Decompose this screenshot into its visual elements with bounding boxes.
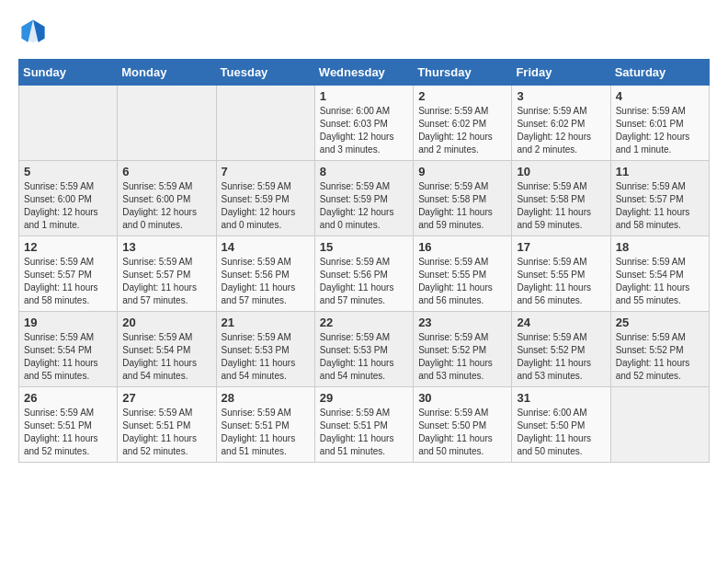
day-number: 2 bbox=[418, 89, 506, 103]
day-info: Sunrise: 5:59 AM Sunset: 5:57 PM Dayligh… bbox=[616, 180, 704, 232]
calendar-cell: 9Sunrise: 5:59 AM Sunset: 5:58 PM Daylig… bbox=[414, 161, 512, 236]
calendar-cell: 19Sunrise: 5:59 AM Sunset: 5:54 PM Dayli… bbox=[19, 312, 118, 387]
calendar-cell: 6Sunrise: 5:59 AM Sunset: 6:00 PM Daylig… bbox=[118, 161, 216, 236]
day-number: 11 bbox=[616, 165, 704, 178]
calendar-cell: 20Sunrise: 5:59 AM Sunset: 5:54 PM Dayli… bbox=[118, 312, 216, 387]
calendar-cell bbox=[118, 86, 216, 161]
calendar-cell: 25Sunrise: 5:59 AM Sunset: 5:52 PM Dayli… bbox=[610, 312, 709, 387]
calendar-cell: 3Sunrise: 5:59 AM Sunset: 6:02 PM Daylig… bbox=[512, 86, 610, 161]
day-number: 18 bbox=[616, 240, 704, 254]
calendar-cell: 27Sunrise: 5:59 AM Sunset: 5:51 PM Dayli… bbox=[118, 387, 216, 463]
day-number: 12 bbox=[24, 240, 112, 254]
logo bbox=[18, 18, 46, 44]
weekday-header: Monday bbox=[118, 60, 216, 86]
calendar-cell: 4Sunrise: 5:59 AM Sunset: 6:01 PM Daylig… bbox=[610, 86, 709, 161]
calendar-cell bbox=[610, 387, 709, 463]
calendar-cell: 18Sunrise: 5:59 AM Sunset: 5:54 PM Dayli… bbox=[610, 236, 709, 312]
day-info: Sunrise: 5:59 AM Sunset: 6:00 PM Dayligh… bbox=[122, 180, 210, 232]
calendar-cell: 23Sunrise: 5:59 AM Sunset: 5:52 PM Dayli… bbox=[414, 312, 512, 387]
day-number: 3 bbox=[517, 89, 605, 103]
day-number: 21 bbox=[222, 316, 310, 329]
day-info: Sunrise: 5:59 AM Sunset: 5:51 PM Dayligh… bbox=[222, 407, 310, 458]
calendar-cell: 21Sunrise: 5:59 AM Sunset: 5:53 PM Dayli… bbox=[216, 312, 314, 387]
day-number: 25 bbox=[616, 316, 704, 329]
day-info: Sunrise: 5:59 AM Sunset: 6:01 PM Dayligh… bbox=[616, 105, 704, 156]
day-info: Sunrise: 5:59 AM Sunset: 5:54 PM Dayligh… bbox=[24, 331, 112, 383]
day-info: Sunrise: 5:59 AM Sunset: 5:53 PM Dayligh… bbox=[320, 331, 408, 383]
calendar-cell: 28Sunrise: 5:59 AM Sunset: 5:51 PM Dayli… bbox=[216, 387, 314, 463]
calendar-week-row: 12Sunrise: 5:59 AM Sunset: 5:57 PM Dayli… bbox=[19, 236, 710, 312]
weekday-header-row: SundayMondayTuesdayWednesdayThursdayFrid… bbox=[19, 60, 710, 86]
day-info: Sunrise: 5:59 AM Sunset: 6:00 PM Dayligh… bbox=[24, 180, 112, 232]
calendar-cell: 16Sunrise: 5:59 AM Sunset: 5:55 PM Dayli… bbox=[414, 236, 512, 312]
day-number: 22 bbox=[320, 316, 408, 329]
day-info: Sunrise: 5:59 AM Sunset: 5:58 PM Dayligh… bbox=[517, 180, 605, 232]
calendar-cell: 15Sunrise: 5:59 AM Sunset: 5:56 PM Dayli… bbox=[314, 236, 413, 312]
calendar-cell: 30Sunrise: 5:59 AM Sunset: 5:50 PM Dayli… bbox=[414, 387, 512, 463]
day-number: 24 bbox=[517, 316, 605, 329]
calendar-cell: 24Sunrise: 5:59 AM Sunset: 5:52 PM Dayli… bbox=[512, 312, 610, 387]
day-info: Sunrise: 5:59 AM Sunset: 5:51 PM Dayligh… bbox=[320, 407, 408, 458]
day-info: Sunrise: 5:59 AM Sunset: 5:52 PM Dayligh… bbox=[418, 331, 506, 383]
day-number: 8 bbox=[320, 165, 408, 178]
day-number: 27 bbox=[122, 391, 210, 405]
calendar-cell: 17Sunrise: 5:59 AM Sunset: 5:55 PM Dayli… bbox=[512, 236, 610, 312]
day-info: Sunrise: 5:59 AM Sunset: 5:53 PM Dayligh… bbox=[222, 331, 310, 383]
day-info: Sunrise: 5:59 AM Sunset: 5:54 PM Dayligh… bbox=[616, 256, 704, 307]
calendar-cell: 13Sunrise: 5:59 AM Sunset: 5:57 PM Dayli… bbox=[118, 236, 216, 312]
day-number: 1 bbox=[320, 89, 408, 103]
day-number: 28 bbox=[222, 391, 310, 405]
day-info: Sunrise: 5:59 AM Sunset: 5:50 PM Dayligh… bbox=[418, 407, 506, 458]
day-number: 4 bbox=[616, 89, 704, 103]
day-info: Sunrise: 5:59 AM Sunset: 5:52 PM Dayligh… bbox=[616, 331, 704, 383]
day-info: Sunrise: 5:59 AM Sunset: 5:57 PM Dayligh… bbox=[122, 256, 210, 307]
day-info: Sunrise: 5:59 AM Sunset: 5:57 PM Dayligh… bbox=[24, 256, 112, 307]
weekday-header: Thursday bbox=[414, 60, 512, 86]
calendar-cell: 14Sunrise: 5:59 AM Sunset: 5:56 PM Dayli… bbox=[216, 236, 314, 312]
day-number: 30 bbox=[418, 391, 506, 405]
day-number: 10 bbox=[517, 165, 605, 178]
day-number: 15 bbox=[320, 240, 408, 254]
calendar-cell: 26Sunrise: 5:59 AM Sunset: 5:51 PM Dayli… bbox=[19, 387, 118, 463]
day-number: 19 bbox=[24, 316, 112, 329]
weekday-header: Sunday bbox=[19, 60, 118, 86]
day-info: Sunrise: 6:00 AM Sunset: 6:03 PM Dayligh… bbox=[320, 105, 408, 156]
day-number: 23 bbox=[418, 316, 506, 329]
calendar-cell: 10Sunrise: 5:59 AM Sunset: 5:58 PM Dayli… bbox=[512, 161, 610, 236]
calendar-week-row: 26Sunrise: 5:59 AM Sunset: 5:51 PM Dayli… bbox=[19, 387, 710, 463]
calendar-cell: 2Sunrise: 5:59 AM Sunset: 6:02 PM Daylig… bbox=[414, 86, 512, 161]
day-info: Sunrise: 5:59 AM Sunset: 5:51 PM Dayligh… bbox=[24, 407, 112, 458]
day-number: 6 bbox=[122, 165, 210, 178]
day-info: Sunrise: 5:59 AM Sunset: 5:52 PM Dayligh… bbox=[517, 331, 605, 383]
calendar-cell: 5Sunrise: 5:59 AM Sunset: 6:00 PM Daylig… bbox=[19, 161, 118, 236]
day-info: Sunrise: 5:59 AM Sunset: 5:54 PM Dayligh… bbox=[122, 331, 210, 383]
day-number: 16 bbox=[418, 240, 506, 254]
calendar-cell bbox=[216, 86, 314, 161]
logo-icon bbox=[20, 18, 46, 44]
calendar-week-row: 5Sunrise: 5:59 AM Sunset: 6:00 PM Daylig… bbox=[19, 161, 710, 236]
day-number: 20 bbox=[122, 316, 210, 329]
calendar-cell: 7Sunrise: 5:59 AM Sunset: 5:59 PM Daylig… bbox=[216, 161, 314, 236]
day-number: 14 bbox=[222, 240, 310, 254]
day-number: 5 bbox=[24, 165, 112, 178]
calendar-week-row: 1Sunrise: 6:00 AM Sunset: 6:03 PM Daylig… bbox=[19, 86, 710, 161]
calendar-week-row: 19Sunrise: 5:59 AM Sunset: 5:54 PM Dayli… bbox=[19, 312, 710, 387]
calendar-table: SundayMondayTuesdayWednesdayThursdayFrid… bbox=[18, 59, 710, 463]
calendar-cell: 22Sunrise: 5:59 AM Sunset: 5:53 PM Dayli… bbox=[314, 312, 413, 387]
calendar-cell bbox=[19, 86, 118, 161]
day-info: Sunrise: 5:59 AM Sunset: 6:02 PM Dayligh… bbox=[517, 105, 605, 156]
day-info: Sunrise: 5:59 AM Sunset: 5:55 PM Dayligh… bbox=[418, 256, 506, 307]
day-info: Sunrise: 5:59 AM Sunset: 5:56 PM Dayligh… bbox=[320, 256, 408, 307]
calendar-cell: 11Sunrise: 5:59 AM Sunset: 5:57 PM Dayli… bbox=[610, 161, 709, 236]
calendar-cell: 12Sunrise: 5:59 AM Sunset: 5:57 PM Dayli… bbox=[19, 236, 118, 312]
weekday-header: Tuesday bbox=[216, 60, 314, 86]
weekday-header: Wednesday bbox=[314, 60, 413, 86]
day-number: 26 bbox=[24, 391, 112, 405]
day-info: Sunrise: 5:59 AM Sunset: 5:55 PM Dayligh… bbox=[517, 256, 605, 307]
day-info: Sunrise: 5:59 AM Sunset: 6:02 PM Dayligh… bbox=[418, 105, 506, 156]
day-info: Sunrise: 5:59 AM Sunset: 5:59 PM Dayligh… bbox=[320, 180, 408, 232]
calendar-cell: 29Sunrise: 5:59 AM Sunset: 5:51 PM Dayli… bbox=[314, 387, 413, 463]
day-number: 13 bbox=[122, 240, 210, 254]
page-header bbox=[18, 18, 710, 44]
weekday-header: Friday bbox=[512, 60, 610, 86]
